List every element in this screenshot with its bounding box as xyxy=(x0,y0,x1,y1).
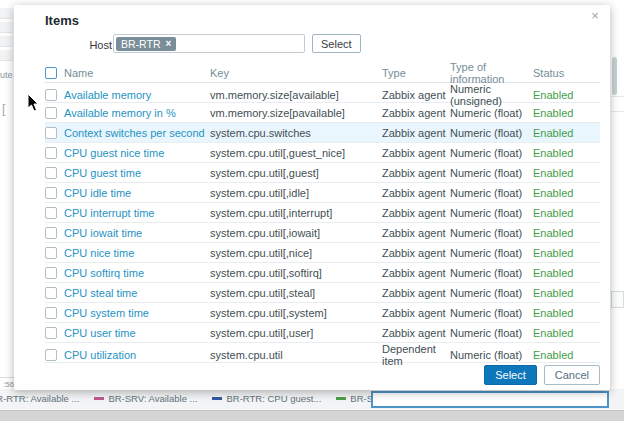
row-checkbox[interactable] xyxy=(45,227,57,239)
item-key: system.cpu.util[,softirq] xyxy=(210,267,382,279)
row-checkbox[interactable] xyxy=(45,147,57,159)
legend-color-dash xyxy=(212,397,222,400)
column-header-type: Type xyxy=(382,67,450,79)
item-type: Zabbix agent xyxy=(382,287,450,299)
item-key: vm.memory.size[pavailable] xyxy=(210,107,382,119)
item-status: Enabled xyxy=(533,127,600,139)
item-key: system.cpu.util[,idle] xyxy=(210,187,382,199)
row-checkbox[interactable] xyxy=(45,287,57,299)
row-checkbox[interactable] xyxy=(45,187,57,199)
row-checkbox[interactable] xyxy=(45,327,57,339)
row-checkbox[interactable] xyxy=(45,267,57,279)
item-name-link[interactable]: Available memory xyxy=(62,89,210,101)
row-checkbox[interactable] xyxy=(45,127,57,139)
page-bottom-bar xyxy=(0,410,624,421)
item-type: Zabbix agent xyxy=(382,127,450,139)
item-name-link[interactable]: Available memory in % xyxy=(62,107,210,119)
item-status: Enabled xyxy=(533,247,600,259)
column-header-info: Type of information xyxy=(450,61,533,85)
host-label: Host xyxy=(14,39,112,51)
chip-remove-icon[interactable]: × xyxy=(165,38,171,50)
item-key: system.cpu.util[,steal] xyxy=(210,287,382,299)
item-type: Zabbix agent xyxy=(382,267,450,279)
row-checkbox[interactable] xyxy=(45,307,57,319)
item-info-type: Numeric (float) xyxy=(450,187,533,199)
table-row: CPU nice time system.cpu.util[,nice] Zab… xyxy=(45,243,600,263)
item-info-type: Numeric (float) xyxy=(450,287,533,299)
table-row: CPU interrupt time system.cpu.util[,inte… xyxy=(45,203,600,223)
item-type: Zabbix agent xyxy=(382,327,450,339)
item-status: Enabled xyxy=(533,227,600,239)
row-checkbox[interactable] xyxy=(45,247,57,259)
background-fragment xyxy=(611,291,624,308)
item-key: vm.memory.size[available] xyxy=(210,89,382,101)
item-key: system.cpu.util[,user] xyxy=(210,327,382,339)
host-chip-label: BR-RTR xyxy=(121,38,160,50)
item-name-link[interactable]: CPU interrupt time xyxy=(62,207,210,219)
table-row: CPU steal time system.cpu.util[,steal] Z… xyxy=(45,283,600,303)
item-name-link[interactable]: CPU steal time xyxy=(62,287,210,299)
item-status: Enabled xyxy=(533,147,600,159)
table-row: Available memory in % vm.memory.size[pav… xyxy=(45,103,600,123)
table-row: CPU utilization system.cpu.util Dependen… xyxy=(45,343,600,363)
item-name-link[interactable]: CPU guest time xyxy=(62,167,210,179)
item-type: Zabbix agent xyxy=(382,107,450,119)
row-checkbox[interactable] xyxy=(45,167,57,179)
item-status: Enabled xyxy=(533,207,600,219)
items-modal: Items × Host BR-RTR × Select Name Key Ty… xyxy=(14,5,610,390)
item-name-link[interactable]: CPU user time xyxy=(62,327,210,339)
row-checkbox[interactable] xyxy=(45,107,57,119)
background-text-fragment: ute xyxy=(0,70,13,80)
item-key: system.cpu.switches xyxy=(210,127,382,139)
legend-color-dash xyxy=(94,397,104,400)
item-key: system.cpu.util[,system] xyxy=(210,307,382,319)
legend-item: BR-RTR: CPU guest... xyxy=(212,393,321,404)
item-type: Zabbix agent xyxy=(382,307,450,319)
item-key: system.cpu.util[,interrupt] xyxy=(210,207,382,219)
item-type: Dependent item xyxy=(382,343,450,367)
item-status: Enabled xyxy=(533,327,600,339)
item-status: Enabled xyxy=(533,349,600,361)
row-checkbox[interactable] xyxy=(45,349,57,361)
item-status: Enabled xyxy=(533,307,600,319)
table-row: Available memory vm.memory.size[availabl… xyxy=(45,83,600,103)
host-select-button[interactable]: Select xyxy=(312,34,361,53)
item-type: Zabbix agent xyxy=(382,167,450,179)
item-info-type: Numeric (unsigned) xyxy=(450,83,533,107)
table-row: Context switches per second system.cpu.s… xyxy=(45,123,600,143)
items-table: Name Key Type Type of information Status… xyxy=(45,61,600,363)
item-key: system.cpu.util[,guest] xyxy=(210,167,382,179)
item-name-link[interactable]: CPU utilization xyxy=(62,349,210,361)
screen: ute [ :56 BR-RTR: Available ... BR-SRV: … xyxy=(0,0,624,421)
item-name-link[interactable]: CPU nice time xyxy=(62,247,210,259)
dialog-footer: Select Cancel xyxy=(484,365,600,385)
item-status: Enabled xyxy=(533,167,600,179)
background-divider xyxy=(611,96,624,97)
column-header-status: Status xyxy=(533,67,600,79)
item-name-link[interactable]: CPU softirq time xyxy=(62,267,210,279)
table-row: CPU guest time system.cpu.util[,guest] Z… xyxy=(45,163,600,183)
item-name-link[interactable]: CPU system time xyxy=(62,307,210,319)
item-name-link[interactable]: Context switches per second xyxy=(62,127,210,139)
table-header-row: Name Key Type Type of information Status xyxy=(45,61,600,83)
item-key: system.cpu.util[,guest_nice] xyxy=(210,147,382,159)
host-multiselect[interactable]: BR-RTR × xyxy=(113,34,305,53)
mouse-cursor xyxy=(27,93,40,116)
item-name-link[interactable]: CPU guest nice time xyxy=(62,147,210,159)
item-name-link[interactable]: CPU iowait time xyxy=(62,227,210,239)
item-info-type: Numeric (float) xyxy=(450,327,533,339)
cancel-button[interactable]: Cancel xyxy=(544,365,600,385)
item-status: Enabled xyxy=(533,187,600,199)
row-checkbox[interactable] xyxy=(45,89,57,101)
legend-label: BR-SRV: Available ... xyxy=(108,393,197,404)
close-button[interactable]: × xyxy=(587,8,603,24)
select-button[interactable]: Select xyxy=(484,365,537,385)
background-divider xyxy=(0,377,14,378)
row-checkbox[interactable] xyxy=(45,207,57,219)
page-scrollbar xyxy=(612,57,617,95)
legend-item: BR-RTR: Available ... xyxy=(0,393,79,404)
select-all-checkbox[interactable] xyxy=(45,67,57,79)
graph-time-tick: :56 xyxy=(3,380,14,389)
item-name-link[interactable]: CPU idle time xyxy=(62,187,210,199)
item-key: system.cpu.util[,iowait] xyxy=(210,227,382,239)
